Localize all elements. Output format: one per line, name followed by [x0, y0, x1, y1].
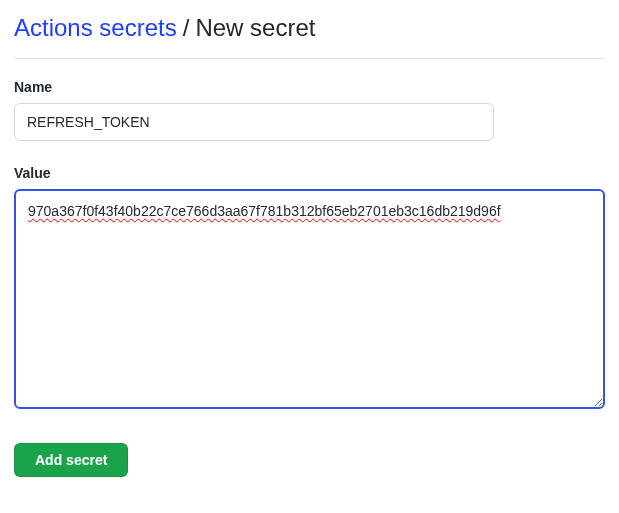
breadcrumb-link[interactable]: Actions secrets [14, 14, 177, 42]
button-row: Add secret [14, 443, 605, 477]
value-field-group: Value 970a367f0f43f40b22c7ce766d3aa67f78… [14, 165, 605, 413]
page-header: Actions secrets / New secret [14, 14, 605, 59]
name-input[interactable] [14, 103, 494, 141]
value-label: Value [14, 165, 605, 181]
add-secret-button[interactable]: Add secret [14, 443, 128, 477]
page-title: New secret [195, 14, 315, 42]
value-textarea[interactable]: 970a367f0f43f40b22c7ce766d3aa67f781b312b… [14, 189, 605, 409]
name-label: Name [14, 79, 605, 95]
breadcrumb-separator: / [183, 14, 190, 42]
name-field-group: Name [14, 79, 605, 141]
